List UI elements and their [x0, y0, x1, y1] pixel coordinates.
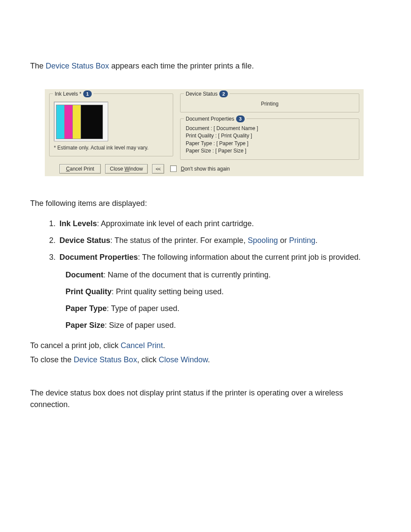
ink-levels-group: Ink Levels * 1 * Estimate only. Actual i… [49, 93, 173, 156]
ink-bar-magenta [64, 105, 73, 139]
sub-paper-type: Paper Type: Type of paper used. [65, 303, 381, 314]
ink-bar-yellow [72, 105, 81, 139]
device-status-term: Device Status [59, 236, 110, 245]
dialog-body: Ink Levels * 1 * Estimate only. Actual i… [45, 89, 364, 176]
sub-print-quality-term: Print Quality [65, 287, 112, 296]
dont-show-again-rest: on't show this again [184, 166, 230, 172]
sub-document: Document: Name of the document that is c… [65, 269, 381, 281]
explanation-lead: The following items are displayed: [30, 198, 381, 209]
spooling-link[interactable]: Spooling [248, 236, 278, 245]
cancel-instruction: To cancel a print job, click Cancel Prin… [30, 340, 381, 352]
close-window-rest: indow [129, 166, 143, 172]
document-properties-desc: : The following information about the cu… [138, 253, 361, 261]
intro-text-after: appears each time the printer prints a f… [111, 62, 254, 70]
list-item-ink-levels: Ink Levels: Approximate ink level of eac… [58, 218, 381, 230]
sub-document-desc: : Name of the document that is currently… [103, 271, 271, 279]
document-properties-term: Document Properties [59, 253, 138, 261]
explanation-list: Ink Levels: Approximate ink level of eac… [46, 218, 381, 331]
intro-paragraph: The Device Status Box appears each time … [30, 60, 381, 72]
ink-bar-black [81, 105, 103, 139]
close-instruction-pre: To close the [30, 355, 74, 364]
sub-print-quality-desc: : Print quality setting being used. [112, 287, 224, 296]
device-status-group: Device Status 2 Printing [180, 93, 359, 112]
intro-text-before: The [30, 62, 46, 70]
device-status-legend-text: Device Status [186, 90, 218, 98]
close-instruction: To close the Device Status Box, click Cl… [30, 354, 381, 366]
close-window-button[interactable]: Close Window [105, 164, 148, 174]
sub-document-term: Document [65, 271, 103, 279]
ink-gauge [54, 102, 108, 141]
list-item-document-properties: Document Properties: The following infor… [58, 252, 381, 331]
cancel-print-button[interactable]: Cancel Print [59, 164, 101, 174]
close-instruction-mid: , click [137, 355, 159, 364]
document-properties-legend-text: Document Properties [186, 115, 234, 123]
ink-levels-term: Ink Levels [59, 219, 97, 228]
wireless-note: The device status box does not display p… [30, 387, 381, 411]
sub-paper-size-term: Paper Size [65, 321, 105, 330]
ink-levels-legend-text: Ink Levels * [55, 90, 81, 98]
callout-2-icon: 2 [219, 90, 228, 97]
close-window-link[interactable]: Close Window [159, 355, 208, 364]
document-properties-sublist: Document: Name of the document that is c… [65, 269, 381, 331]
ink-estimate-note: * Estimate only. Actual ink level may va… [54, 144, 168, 152]
dialog-top-row: Ink Levels * 1 * Estimate only. Actual i… [49, 93, 359, 160]
device-status-box-link[interactable]: Device Status Box [46, 62, 109, 70]
doc-row-paper-size: Paper Size : [ Paper Size ] [186, 147, 354, 155]
device-status-box-link-2[interactable]: Device Status Box [74, 355, 137, 364]
dont-show-again-label[interactable]: Don't show this again [181, 165, 230, 173]
ink-levels-legend: Ink Levels * 1 [53, 90, 93, 98]
document-properties-group: Document Properties 3 Document : [ Docum… [180, 118, 359, 160]
doc-row-document: Document : [ Document Name ] [186, 125, 354, 132]
cancel-print-accel: C [66, 166, 70, 172]
list-item-device-status: Device Status: The status of the printer… [58, 235, 381, 246]
device-status-dialog: Ink Levels * 1 * Estimate only. Actual i… [45, 89, 364, 176]
sub-paper-size: Paper Size: Size of paper used. [65, 320, 381, 331]
printing-link[interactable]: Printing [289, 236, 315, 245]
doc-row-print-quality: Print Quality : [ Print Quality ] [186, 132, 354, 140]
sub-paper-type-term: Paper Type [65, 304, 107, 313]
close-instruction-post: . [208, 355, 210, 364]
explanation-section: The following items are displayed: Ink L… [30, 198, 381, 331]
cancel-instruction-pre: To cancel a print job, click [30, 341, 121, 350]
device-status-desc-pre: : The status of the printer. For example… [110, 236, 248, 245]
doc-row-paper-type: Paper Type : [ Paper Type ] [186, 140, 354, 147]
device-status-legend: Device Status 2 [184, 90, 230, 98]
sub-paper-size-desc: : Size of paper used. [105, 321, 176, 330]
callout-3-icon: 3 [236, 115, 245, 122]
device-status-value: Printing [185, 100, 355, 108]
dont-show-again-checkbox[interactable] [170, 165, 177, 172]
collapse-button[interactable]: << [152, 164, 164, 174]
sub-print-quality: Print Quality: Print quality setting bei… [65, 286, 381, 298]
device-status-desc-mid: or [278, 236, 289, 245]
sub-paper-type-desc: : Type of paper used. [107, 304, 180, 313]
cancel-instruction-post: . [163, 341, 165, 350]
close-window-pre: Close [110, 166, 125, 172]
document-properties-legend: Document Properties 3 [184, 115, 246, 123]
ink-levels-desc: : Approximate ink level of each print ca… [97, 219, 254, 228]
dialog-right-column: Device Status 2 Printing Document Proper… [180, 93, 359, 160]
dialog-bottom-row: Cancel Print Close Window << Don't show … [49, 164, 359, 174]
callout-1-icon: 1 [83, 90, 92, 97]
ink-bar-cyan [56, 105, 65, 139]
cancel-print-rest: ancel Print [70, 166, 94, 172]
page-content: The Device Status Box appears each time … [0, 0, 411, 436]
close-window-accel: W [125, 166, 129, 172]
device-status-desc-post: . [315, 236, 318, 245]
cancel-print-link[interactable]: Cancel Print [121, 341, 163, 350]
